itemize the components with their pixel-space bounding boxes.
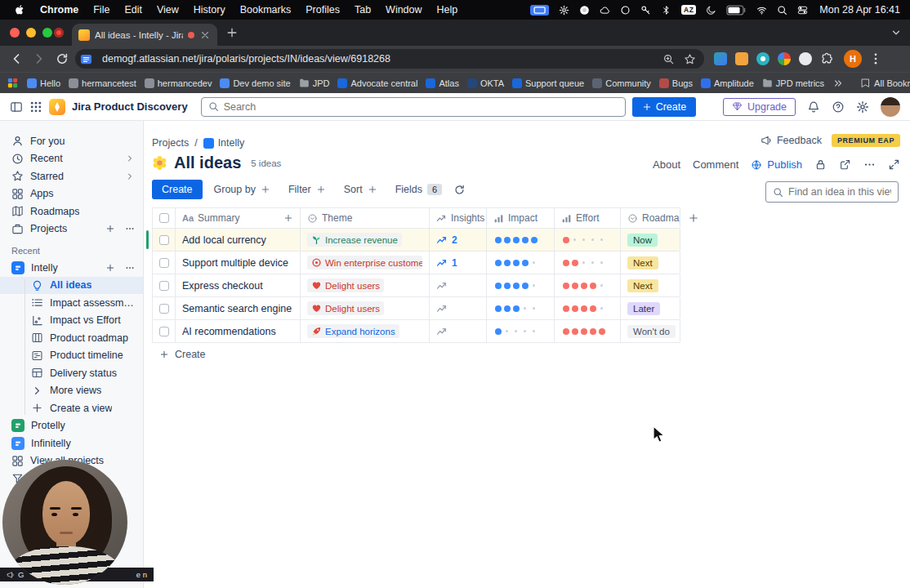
menu-view[interactable]: View bbox=[149, 4, 186, 16]
more-icon[interactable] bbox=[125, 224, 135, 234]
create-idea-button[interactable]: Create bbox=[152, 180, 203, 199]
fullscreen-expand-icon[interactable] bbox=[888, 158, 900, 171]
menubar-clock[interactable]: Mon 28 Apr 16:41 bbox=[819, 4, 900, 16]
new-tab-button[interactable] bbox=[225, 26, 239, 39]
chevron-right-icon[interactable] bbox=[125, 172, 135, 181]
menu-tab[interactable]: Tab bbox=[347, 4, 378, 16]
checkbox[interactable] bbox=[159, 213, 169, 223]
row-checkbox[interactable] bbox=[153, 320, 176, 342]
idea-summary[interactable]: Express checkout bbox=[182, 280, 263, 292]
bookmark-jpd[interactable]: JPD bbox=[299, 78, 330, 88]
roadmap-cell[interactable]: Won't do bbox=[621, 320, 680, 342]
checkbox[interactable] bbox=[159, 281, 169, 291]
sidebar-item-protelly[interactable]: Protelly bbox=[0, 417, 143, 435]
theme-cell[interactable]: Increase revenue bbox=[301, 229, 430, 251]
effort-cell[interactable] bbox=[555, 297, 621, 319]
sidebar-item-recent[interactable]: Recent bbox=[0, 150, 143, 168]
row-checkbox[interactable] bbox=[153, 297, 176, 319]
battery-icon[interactable] bbox=[726, 5, 747, 16]
effort-cell[interactable] bbox=[555, 320, 621, 342]
sidebar-item-infinitelly[interactable]: Infinitelly bbox=[0, 434, 143, 452]
add-icon[interactable] bbox=[105, 224, 115, 234]
about-button[interactable]: About bbox=[653, 158, 680, 171]
add-field-icon[interactable] bbox=[283, 213, 293, 223]
column-header-effort[interactable]: Effort bbox=[555, 208, 621, 228]
theme-chip[interactable]: Win enterprise customers bbox=[307, 256, 422, 270]
theme-cell[interactable]: Win enterprise customers bbox=[301, 252, 430, 274]
focus-moon-icon[interactable] bbox=[706, 5, 716, 16]
idea-summary[interactable]: AI recommendations bbox=[182, 326, 276, 337]
checkbox[interactable] bbox=[159, 304, 169, 314]
checkbox[interactable] bbox=[159, 258, 169, 268]
bookmarks-overflow-icon[interactable] bbox=[832, 78, 844, 89]
sidebar-item-intelly[interactable]: Intelly bbox=[0, 259, 143, 277]
close-window-button[interactable] bbox=[10, 28, 20, 38]
idea-summary[interactable]: Semantic search engine bbox=[182, 303, 292, 314]
table-row[interactable]: Support multiple deviceWin enterprise cu… bbox=[152, 252, 680, 274]
impact-cell[interactable] bbox=[487, 252, 555, 274]
column-header-insights[interactable]: Insights bbox=[430, 208, 487, 228]
publish-button[interactable]: Publish bbox=[751, 158, 802, 171]
user-avatar[interactable] bbox=[881, 97, 900, 117]
bookmark-hello[interactable]: Hello bbox=[27, 78, 60, 88]
minimize-window-button[interactable] bbox=[26, 28, 36, 38]
find-idea-search[interactable] bbox=[765, 181, 899, 203]
theme-cell[interactable]: Delight users bbox=[301, 297, 430, 319]
extension-icon-5[interactable] bbox=[799, 52, 812, 65]
insights-cell[interactable] bbox=[430, 320, 487, 342]
sidebar-item-impact-assessment[interactable]: Impact assessment bbox=[0, 294, 143, 312]
wifi-icon[interactable] bbox=[756, 5, 767, 16]
effort-cell[interactable] bbox=[555, 252, 621, 274]
roadmap-cell[interactable]: Now bbox=[621, 229, 680, 251]
effort-cell[interactable] bbox=[555, 274, 621, 296]
bookmark-dev-demo-site[interactable]: Dev demo site bbox=[220, 78, 290, 88]
sidebar-item-for-you[interactable]: For you bbox=[0, 132, 143, 150]
cloud-status-icon[interactable] bbox=[600, 5, 610, 16]
menu-profiles[interactable]: Profiles bbox=[298, 4, 347, 16]
refresh-icon[interactable] bbox=[453, 184, 466, 196]
comment-button[interactable]: Comment bbox=[693, 158, 738, 171]
sidebar-item-product-timeline[interactable]: Product timeline bbox=[0, 347, 143, 365]
menu-edit[interactable]: Edit bbox=[117, 4, 149, 16]
menu-bookmarks[interactable]: Bookmarks bbox=[233, 4, 299, 16]
add-icon[interactable] bbox=[105, 263, 115, 273]
impact-cell[interactable] bbox=[487, 297, 555, 319]
sidebar-item-roadmaps[interactable]: Roadmaps bbox=[0, 203, 143, 220]
zoom-window-button[interactable] bbox=[42, 28, 52, 38]
record-status-icon[interactable] bbox=[579, 5, 590, 16]
roadmap-cell[interactable]: Later bbox=[621, 297, 680, 319]
row-checkbox[interactable] bbox=[153, 229, 176, 251]
app-switcher-icon[interactable] bbox=[29, 100, 42, 114]
zoom-icon[interactable] bbox=[662, 53, 675, 65]
sidebar-item-all-ideas[interactable]: All ideas bbox=[0, 277, 143, 295]
checkbox[interactable] bbox=[159, 327, 169, 336]
extensions-puzzle-icon[interactable] bbox=[820, 52, 834, 66]
share-icon[interactable] bbox=[839, 158, 851, 171]
gear-status-icon[interactable] bbox=[559, 5, 569, 16]
summary-cell[interactable]: AI recommendations bbox=[176, 320, 301, 342]
menu-history[interactable]: History bbox=[186, 4, 233, 16]
idea-summary[interactable]: Support multiple device bbox=[182, 257, 288, 269]
row-checkbox[interactable] bbox=[153, 274, 176, 296]
browser-tab[interactable]: All ideas - Intelly - Jira Pr... bbox=[72, 24, 217, 46]
address-bar[interactable]: demogf.atlassian.net/jira/polaris/projec… bbox=[75, 49, 704, 69]
header-create-button[interactable]: Create bbox=[632, 97, 697, 117]
impact-cell[interactable] bbox=[487, 320, 555, 342]
bookmark-atlas[interactable]: Atlas bbox=[426, 78, 458, 88]
roadmap-cell[interactable]: Next bbox=[621, 274, 680, 296]
reload-button[interactable] bbox=[52, 49, 72, 69]
tab-search-chevron-icon[interactable] bbox=[890, 27, 902, 38]
bookmark-hermancetest[interactable]: hermancetest bbox=[69, 78, 136, 88]
effort-cell[interactable] bbox=[555, 229, 621, 251]
spotlight-icon[interactable] bbox=[777, 5, 787, 16]
insights-cell[interactable] bbox=[430, 297, 487, 319]
more-options-icon[interactable] bbox=[863, 158, 876, 171]
bookmark-star-icon[interactable] bbox=[684, 53, 696, 65]
theme-cell[interactable]: Expand horizons bbox=[301, 320, 430, 342]
extension-icon-1[interactable] bbox=[714, 52, 727, 65]
create-idea-row[interactable]: Create bbox=[152, 343, 680, 366]
impact-cell[interactable] bbox=[487, 229, 555, 251]
group-by-button[interactable]: Group by bbox=[207, 180, 277, 199]
sort-button[interactable]: Sort bbox=[337, 180, 384, 199]
select-all-checkbox[interactable] bbox=[153, 208, 176, 228]
